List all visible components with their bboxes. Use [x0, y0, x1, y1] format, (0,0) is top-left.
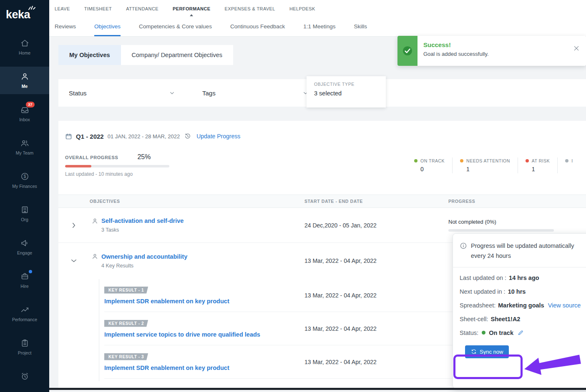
inbox-count-badge: 37	[26, 102, 35, 107]
column-dates: START DATE - END DATE	[304, 199, 448, 204]
hire-notification-dot	[29, 270, 32, 273]
sidebar-item-home[interactable]: Home	[0, 33, 49, 61]
top-nav-performance[interactable]: PERFORMANCE	[173, 6, 211, 11]
org-icon	[20, 205, 29, 214]
top-nav-leave[interactable]: LEAVE	[55, 6, 70, 11]
status-row: Status: On track	[460, 330, 586, 336]
sidebar-item-me[interactable]: Me	[0, 67, 49, 94]
green-dot	[414, 159, 417, 162]
tab-company-department-objectives[interactable]: Company/ Department Objectives	[121, 45, 234, 65]
sidebar-item-engage[interactable]: Engage	[0, 233, 49, 261]
sub-nav-tab-meetings[interactable]: 1:1 Meetings	[303, 17, 335, 36]
home-icon	[20, 38, 29, 47]
top-nav-helpdesk[interactable]: HELPDESK	[289, 6, 315, 11]
sidebar-item-performance[interactable]: Performance	[0, 300, 49, 327]
sidebar-item-my-finances[interactable]: $ My Finances	[0, 167, 49, 194]
key-result-badge: KEY RESULT - 3	[104, 353, 148, 360]
view-source-link[interactable]: View source	[548, 302, 581, 309]
sub-nav-tab-skills[interactable]: Skills	[354, 17, 367, 36]
performance-icon	[20, 305, 29, 314]
sub-nav-tab-reviews[interactable]: Reviews	[55, 17, 76, 36]
column-progress: PROGRESS	[448, 199, 586, 204]
keka-logo[interactable]: keka	[0, 0, 49, 29]
sidebar-item-org[interactable]: Org	[0, 200, 49, 227]
hire-icon	[20, 272, 29, 281]
top-nav-timesheet[interactable]: TIMESHEET	[84, 6, 112, 11]
sheet-cell-row: Sheet-cell: Sheet1!A2	[460, 316, 586, 322]
finances-icon: $	[20, 172, 29, 181]
overall-progress-label: OVERALL PROGRESS	[65, 155, 118, 160]
logo-text: keka	[6, 8, 30, 21]
legend-clipped-item: I	[557, 157, 580, 173]
key-result-title-link[interactable]: Implement SDR enablement on key product	[104, 365, 229, 371]
objective-title-link[interactable]: Self-activation and self-drive	[101, 217, 184, 224]
key-result-title-link[interactable]: Implement service topics to drive more q…	[104, 331, 260, 338]
window-bottom-edge	[49, 388, 586, 390]
quarter-date-range: 01 JAN, 2022 - 28 MAR, 2022	[108, 133, 180, 140]
key-result-dates: 13 Mar, 2022 - 04 Apr, 2022	[304, 292, 448, 299]
inbox-icon: 37	[20, 105, 29, 114]
svg-text:$: $	[23, 174, 26, 179]
success-toast: Success! Goal is added successfully.	[397, 36, 586, 66]
sidebar-nav: Home Me 37 Inbox My Team	[0, 33, 49, 392]
objective-dates: 24 Dec,2020 - 05 Jan, 2022	[304, 222, 448, 229]
overall-progress-fill	[65, 165, 91, 167]
sidebar-item-inbox[interactable]: 37 Inbox	[0, 100, 49, 127]
objective-title-link[interactable]: Ownership and accountability	[101, 253, 187, 260]
sync-icon	[471, 349, 477, 355]
toast-title: Success!	[423, 41, 567, 48]
objective-progress-text: Not completed (0%)	[448, 219, 586, 225]
legend-needs-attention: NEEDS ATTENTION 1	[452, 157, 518, 173]
toast-accent-block	[397, 36, 417, 66]
spreadsheet-row: Spreadsheet: Marketing goals View source	[460, 302, 586, 309]
check-circle-icon	[402, 45, 413, 56]
key-result-title-link[interactable]: Implement SDR enablement on key product	[104, 298, 229, 305]
status-filter-dropdown[interactable]: Status	[69, 90, 175, 97]
orange-dot	[460, 159, 463, 162]
objective-tabs: My Objectives Company/ Department Object…	[58, 45, 233, 65]
sync-now-button[interactable]: Sync now	[465, 345, 509, 358]
tab-my-objectives[interactable]: My Objectives	[58, 45, 121, 65]
sidebar-item-my-team[interactable]: My Team	[0, 133, 49, 161]
objective-meta: 3 Tasks	[92, 227, 304, 233]
team-icon	[20, 138, 29, 147]
top-nav-expenses-travel[interactable]: EXPENSES & TRAVEL	[225, 6, 275, 11]
red-dot	[526, 159, 529, 162]
info-icon	[460, 242, 467, 250]
key-result-badge: KEY RESULT - 2	[104, 320, 148, 327]
toast-message: Goal is added successfully.	[423, 51, 567, 57]
top-nav: LEAVE TIMESHEET ATTENDANCE PERFORMANCE E…	[49, 0, 586, 17]
overall-progress-bar	[65, 165, 169, 167]
sidebar-item-hire[interactable]: Hire	[0, 267, 49, 294]
update-progress-link[interactable]: Update Progress	[196, 133, 240, 140]
column-objectives: OBJECTIVES	[90, 199, 304, 204]
chevron-down-icon[interactable]	[70, 257, 78, 265]
close-icon[interactable]	[567, 36, 586, 66]
key-result-guide-line	[99, 279, 99, 381]
sidebar: keka Home Me 37	[0, 0, 49, 392]
tags-filter-dropdown[interactable]: Tags	[202, 90, 309, 97]
table-header: OBJECTIVES START DATE - END DATE PROGRES…	[58, 195, 586, 208]
status-green-dot	[482, 331, 485, 335]
status-legend: ON TRACK 0 NEEDS ATTENTION 1 AT RISK 1 I	[407, 157, 581, 173]
person-icon	[92, 218, 98, 224]
chevron-right-icon[interactable]	[70, 222, 78, 229]
overall-progress-updated: Last updated - 10 minutes ago	[65, 171, 234, 177]
objective-dates: 13 Mar, 2022 - 04 Apr, 2022	[304, 257, 448, 264]
sub-nav-tab-continuous-feedback[interactable]: Continuous Feedback	[230, 17, 285, 36]
project-icon	[20, 338, 29, 347]
sub-nav-tab-objectives[interactable]: Objectives	[94, 17, 121, 36]
sidebar-item-clock[interactable]	[0, 367, 49, 389]
calendar-icon	[65, 133, 72, 140]
sub-nav-tab-competencies[interactable]: Competencies & Core values	[139, 17, 212, 36]
edit-pencil-icon[interactable]	[518, 330, 524, 336]
period-row: Q1 - 2022 01 JAN, 2022 - 28 MAR, 2022 Up…	[58, 121, 586, 141]
user-icon	[20, 72, 29, 81]
top-nav-attendance[interactable]: ATTENDANCE	[126, 6, 158, 11]
overall-progress: OVERALL PROGRESS 25% Last updated - 10 m…	[58, 153, 234, 177]
history-icon[interactable]	[184, 133, 191, 140]
logo-sparkle-icon	[28, 4, 36, 11]
engage-icon	[20, 238, 29, 247]
sidebar-item-project[interactable]: Project	[0, 333, 49, 361]
objective-type-filter[interactable]: OBJECTIVE TYPE 3 selected	[307, 76, 386, 107]
